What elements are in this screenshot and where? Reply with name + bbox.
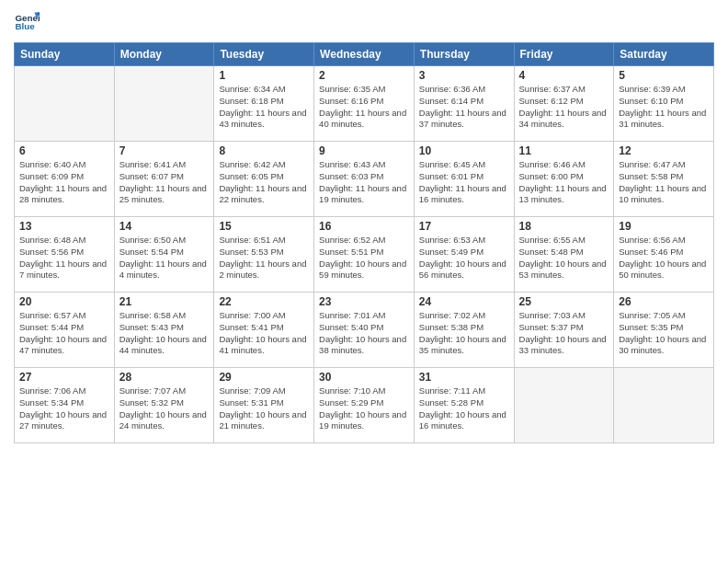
- week-row-2: 6Sunrise: 6:40 AM Sunset: 6:09 PM Daylig…: [15, 142, 714, 217]
- day-info: Sunrise: 6:57 AM Sunset: 5:44 PM Dayligh…: [19, 310, 109, 357]
- calendar-cell: 20Sunrise: 6:57 AM Sunset: 5:44 PM Dayli…: [15, 293, 115, 368]
- logo-icon: General Blue: [14, 9, 40, 35]
- day-number: 12: [619, 144, 709, 157]
- calendar-cell: 4Sunrise: 6:37 AM Sunset: 6:12 PM Daylig…: [514, 66, 614, 142]
- calendar-cell: 22Sunrise: 7:00 AM Sunset: 5:41 PM Dayli…: [214, 293, 314, 368]
- day-info: Sunrise: 6:48 AM Sunset: 5:56 PM Dayligh…: [19, 235, 109, 282]
- week-row-3: 13Sunrise: 6:48 AM Sunset: 5:56 PM Dayli…: [15, 217, 714, 293]
- day-info: Sunrise: 7:01 AM Sunset: 5:40 PM Dayligh…: [319, 310, 409, 357]
- weekday-friday: Friday: [514, 43, 614, 66]
- day-number: 6: [19, 144, 109, 157]
- weekday-saturday: Saturday: [614, 43, 714, 66]
- day-info: Sunrise: 7:07 AM Sunset: 5:32 PM Dayligh…: [119, 385, 210, 432]
- calendar-cell: 19Sunrise: 6:56 AM Sunset: 5:46 PM Dayli…: [614, 217, 714, 293]
- day-info: Sunrise: 6:40 AM Sunset: 6:09 PM Dayligh…: [19, 159, 109, 206]
- calendar-cell: 5Sunrise: 6:39 AM Sunset: 6:10 PM Daylig…: [614, 66, 714, 142]
- calendar-cell: 27Sunrise: 7:06 AM Sunset: 5:34 PM Dayli…: [15, 368, 115, 443]
- day-number: 7: [119, 144, 210, 157]
- calendar-cell: 2Sunrise: 6:35 AM Sunset: 6:16 PM Daylig…: [314, 66, 415, 142]
- day-info: Sunrise: 6:35 AM Sunset: 6:16 PM Dayligh…: [319, 84, 409, 131]
- day-info: Sunrise: 6:55 AM Sunset: 5:48 PM Dayligh…: [519, 235, 609, 282]
- day-info: Sunrise: 7:11 AM Sunset: 5:28 PM Dayligh…: [419, 385, 509, 432]
- calendar-cell: 30Sunrise: 7:10 AM Sunset: 5:29 PM Dayli…: [314, 368, 415, 443]
- day-number: 28: [119, 371, 210, 384]
- day-number: 24: [419, 295, 509, 308]
- day-number: 19: [619, 220, 709, 233]
- weekday-sunday: Sunday: [15, 43, 115, 66]
- day-number: 29: [219, 371, 309, 384]
- calendar-cell: [15, 66, 115, 142]
- calendar-cell: 3Sunrise: 6:36 AM Sunset: 6:14 PM Daylig…: [414, 66, 514, 142]
- logo: General Blue: [14, 9, 45, 35]
- day-number: 13: [19, 220, 109, 233]
- calendar-cell: 25Sunrise: 7:03 AM Sunset: 5:37 PM Dayli…: [514, 293, 614, 368]
- weekday-thursday: Thursday: [414, 43, 514, 66]
- weekday-tuesday: Tuesday: [214, 43, 314, 66]
- calendar-cell: 12Sunrise: 6:47 AM Sunset: 5:58 PM Dayli…: [614, 142, 714, 217]
- calendar-cell: 21Sunrise: 6:58 AM Sunset: 5:43 PM Dayli…: [114, 293, 214, 368]
- day-number: 22: [219, 295, 309, 308]
- day-info: Sunrise: 6:36 AM Sunset: 6:14 PM Dayligh…: [419, 84, 509, 131]
- calendar-cell: 1Sunrise: 6:34 AM Sunset: 6:18 PM Daylig…: [214, 66, 314, 142]
- day-info: Sunrise: 7:03 AM Sunset: 5:37 PM Dayligh…: [519, 310, 609, 357]
- day-info: Sunrise: 6:56 AM Sunset: 5:46 PM Dayligh…: [619, 235, 709, 282]
- day-number: 18: [519, 220, 609, 233]
- calendar-cell: [114, 66, 214, 142]
- svg-text:Blue: Blue: [15, 21, 35, 31]
- week-row-1: 1Sunrise: 6:34 AM Sunset: 6:18 PM Daylig…: [15, 66, 714, 142]
- calendar-cell: 6Sunrise: 6:40 AM Sunset: 6:09 PM Daylig…: [15, 142, 115, 217]
- day-info: Sunrise: 6:41 AM Sunset: 6:07 PM Dayligh…: [119, 159, 210, 206]
- page-header: General Blue: [14, 9, 714, 35]
- day-info: Sunrise: 7:10 AM Sunset: 5:29 PM Dayligh…: [319, 385, 409, 432]
- day-number: 14: [119, 220, 210, 233]
- day-info: Sunrise: 6:46 AM Sunset: 6:00 PM Dayligh…: [519, 159, 609, 206]
- day-info: Sunrise: 6:42 AM Sunset: 6:05 PM Dayligh…: [219, 159, 309, 206]
- weekday-monday: Monday: [114, 43, 214, 66]
- day-info: Sunrise: 6:52 AM Sunset: 5:51 PM Dayligh…: [319, 235, 409, 282]
- day-number: 23: [319, 295, 409, 308]
- week-row-4: 20Sunrise: 6:57 AM Sunset: 5:44 PM Dayli…: [15, 293, 714, 368]
- day-info: Sunrise: 6:45 AM Sunset: 6:01 PM Dayligh…: [419, 159, 509, 206]
- day-info: Sunrise: 6:34 AM Sunset: 6:18 PM Dayligh…: [219, 84, 309, 131]
- calendar-cell: 14Sunrise: 6:50 AM Sunset: 5:54 PM Dayli…: [114, 217, 214, 293]
- day-info: Sunrise: 6:43 AM Sunset: 6:03 PM Dayligh…: [319, 159, 409, 206]
- calendar-cell: 18Sunrise: 6:55 AM Sunset: 5:48 PM Dayli…: [514, 217, 614, 293]
- calendar-cell: 11Sunrise: 6:46 AM Sunset: 6:00 PM Dayli…: [514, 142, 614, 217]
- day-info: Sunrise: 6:53 AM Sunset: 5:49 PM Dayligh…: [419, 235, 509, 282]
- day-info: Sunrise: 7:02 AM Sunset: 5:38 PM Dayligh…: [419, 310, 509, 357]
- calendar-cell: [514, 368, 614, 443]
- day-number: 27: [19, 371, 109, 384]
- day-number: 3: [419, 69, 509, 82]
- calendar-cell: 10Sunrise: 6:45 AM Sunset: 6:01 PM Dayli…: [414, 142, 514, 217]
- day-info: Sunrise: 6:39 AM Sunset: 6:10 PM Dayligh…: [619, 84, 709, 131]
- calendar-cell: 28Sunrise: 7:07 AM Sunset: 5:32 PM Dayli…: [114, 368, 214, 443]
- day-number: 16: [319, 220, 409, 233]
- calendar-cell: 13Sunrise: 6:48 AM Sunset: 5:56 PM Dayli…: [15, 217, 115, 293]
- day-number: 2: [319, 69, 409, 82]
- calendar-cell: 24Sunrise: 7:02 AM Sunset: 5:38 PM Dayli…: [414, 293, 514, 368]
- calendar-cell: 8Sunrise: 6:42 AM Sunset: 6:05 PM Daylig…: [214, 142, 314, 217]
- day-number: 4: [519, 69, 609, 82]
- day-info: Sunrise: 6:50 AM Sunset: 5:54 PM Dayligh…: [119, 235, 210, 282]
- day-number: 17: [419, 220, 509, 233]
- day-number: 30: [319, 371, 409, 384]
- calendar-cell: 31Sunrise: 7:11 AM Sunset: 5:28 PM Dayli…: [414, 368, 514, 443]
- calendar-cell: 15Sunrise: 6:51 AM Sunset: 5:53 PM Dayli…: [214, 217, 314, 293]
- calendar-cell: 26Sunrise: 7:05 AM Sunset: 5:35 PM Dayli…: [614, 293, 714, 368]
- day-info: Sunrise: 6:58 AM Sunset: 5:43 PM Dayligh…: [119, 310, 210, 357]
- day-number: 21: [119, 295, 210, 308]
- day-number: 8: [219, 144, 309, 157]
- calendar-cell: 16Sunrise: 6:52 AM Sunset: 5:51 PM Dayli…: [314, 217, 415, 293]
- day-number: 25: [519, 295, 609, 308]
- day-info: Sunrise: 7:00 AM Sunset: 5:41 PM Dayligh…: [219, 310, 309, 357]
- day-number: 26: [619, 295, 709, 308]
- calendar-cell: 29Sunrise: 7:09 AM Sunset: 5:31 PM Dayli…: [214, 368, 314, 443]
- day-number: 31: [419, 371, 509, 384]
- weekday-wednesday: Wednesday: [314, 43, 415, 66]
- day-number: 9: [319, 144, 409, 157]
- weekday-header-row: SundayMondayTuesdayWednesdayThursdayFrid…: [15, 43, 714, 66]
- day-number: 1: [219, 69, 309, 82]
- calendar-cell: 9Sunrise: 6:43 AM Sunset: 6:03 PM Daylig…: [314, 142, 415, 217]
- calendar-table: SundayMondayTuesdayWednesdayThursdayFrid…: [14, 42, 714, 443]
- day-info: Sunrise: 6:47 AM Sunset: 5:58 PM Dayligh…: [619, 159, 709, 206]
